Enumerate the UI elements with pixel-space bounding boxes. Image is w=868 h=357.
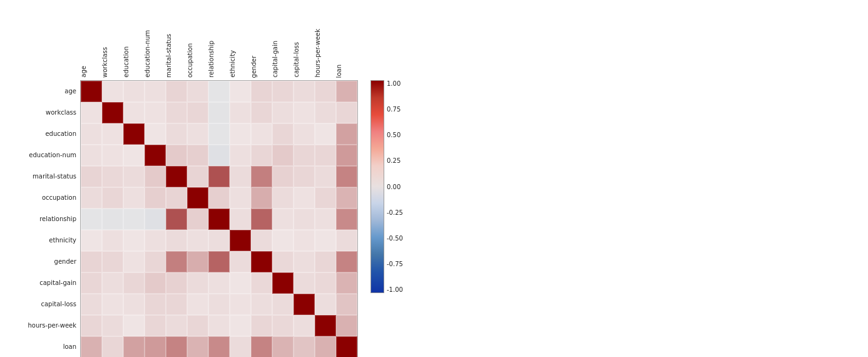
heatmap-cell <box>251 166 272 187</box>
heatmap-cell <box>187 315 208 336</box>
heatmap-cell <box>145 81 166 102</box>
heatmap-cell <box>230 251 251 272</box>
heatmap-cell <box>336 294 357 315</box>
heatmap-cell <box>251 336 272 357</box>
colorbar-tick: -0.25 <box>387 209 403 216</box>
heatmap-cell <box>315 166 336 187</box>
heatmap-cell <box>208 272 230 294</box>
heatmap-cell <box>251 123 272 145</box>
heatmap-cell <box>336 123 357 145</box>
heatmap-cell <box>81 336 102 357</box>
heatmap-cell <box>81 251 102 272</box>
heatmap-cell <box>230 315 251 336</box>
row-label: gender <box>13 251 80 272</box>
colorbar-tick: 0.75 <box>387 106 403 113</box>
heatmap-cell <box>145 187 166 209</box>
heatmap-cell <box>272 336 294 357</box>
colorbar-tick: 0.00 <box>387 184 403 190</box>
heatmap-cell <box>315 187 336 209</box>
heatmap-cell <box>336 145 357 166</box>
heatmap-cell <box>294 230 315 251</box>
heatmap-row <box>81 187 357 209</box>
heatmap-cell <box>272 102 294 123</box>
heatmap-row <box>81 123 357 145</box>
row-label: ethnicity <box>13 229 80 251</box>
heatmap-cell <box>251 145 272 166</box>
heatmap-cell <box>230 166 251 187</box>
heatmap-cell <box>315 145 336 166</box>
heatmap-cell <box>272 81 294 102</box>
heatmap-cell <box>166 230 187 251</box>
heatmap-cell <box>336 315 357 336</box>
heatmap-cell <box>272 123 294 145</box>
row-label: workclass <box>13 101 80 123</box>
heatmap-cell <box>166 294 187 315</box>
col-label: capital-loss <box>293 0 314 80</box>
col-label: workclass <box>101 0 123 80</box>
heatmap-cell <box>294 272 315 294</box>
heatmap-row <box>81 294 357 315</box>
heatmap-cell <box>294 209 315 230</box>
heatmap-cell <box>145 336 166 357</box>
heatmap-cell <box>336 336 357 357</box>
heatmap-cell <box>187 102 208 123</box>
heatmap-cell <box>145 294 166 315</box>
heatmap-cell <box>123 209 145 230</box>
heatmap-cell <box>272 145 294 166</box>
heatmap-cell <box>123 166 145 187</box>
heatmap-cell <box>230 123 251 145</box>
heatmap-cell <box>336 251 357 272</box>
heatmap-cell <box>166 272 187 294</box>
heatmap-cell <box>294 187 315 209</box>
heatmap-cell <box>102 81 123 102</box>
heatmap-cell <box>123 187 145 209</box>
heatmap-grid <box>80 80 358 357</box>
col-label: occupation <box>186 0 208 80</box>
heatmap-cell <box>272 209 294 230</box>
row-label: age <box>13 80 80 101</box>
heatmap-cell <box>294 336 315 357</box>
colorbar-tick: -0.50 <box>387 235 403 242</box>
heatmap-cell <box>294 251 315 272</box>
heatmap-cell <box>294 145 315 166</box>
row-label: marital-status <box>13 165 80 187</box>
heatmap-cell <box>81 123 102 145</box>
heatmap-cell <box>315 230 336 251</box>
heatmap-cell <box>123 145 145 166</box>
heatmap-cell <box>145 102 166 123</box>
heatmap-cell <box>230 230 251 251</box>
heatmap-cell <box>272 251 294 272</box>
heatmap-cell <box>208 315 230 336</box>
heatmap-cell <box>187 294 208 315</box>
heatmap-cell <box>123 102 145 123</box>
heatmap-row <box>81 251 357 272</box>
colorbar-tick: -1.00 <box>387 286 403 293</box>
heatmap-cell <box>145 272 166 294</box>
heatmap-row <box>81 315 357 336</box>
heatmap-cell <box>315 315 336 336</box>
heatmap-cell <box>315 209 336 230</box>
heatmap-cell <box>315 272 336 294</box>
heatmap-cell <box>102 166 123 187</box>
heatmap-row <box>81 166 357 187</box>
heatmap-cell <box>102 187 123 209</box>
heatmap-cell <box>166 81 187 102</box>
heatmap-cell <box>294 315 315 336</box>
colorbar-tick: 0.25 <box>387 157 403 164</box>
heatmap-cell <box>208 102 230 123</box>
colorbar-tick: 0.50 <box>387 132 403 138</box>
heatmap-cell <box>208 209 230 230</box>
col-label: hours-per-week <box>314 0 335 80</box>
heatmap-cell <box>102 336 123 357</box>
heatmap-cell <box>294 294 315 315</box>
heatmap-cell <box>315 336 336 357</box>
heatmap-cell <box>230 294 251 315</box>
heatmap-cell <box>208 166 230 187</box>
col-label: capital-gain <box>272 0 293 80</box>
heatmap-cell <box>123 272 145 294</box>
heatmap-cell <box>208 187 230 209</box>
heatmap-cell <box>81 272 102 294</box>
heatmap-cell <box>187 187 208 209</box>
heatmap-cell <box>81 230 102 251</box>
row-label: hours-per-week <box>13 314 80 336</box>
